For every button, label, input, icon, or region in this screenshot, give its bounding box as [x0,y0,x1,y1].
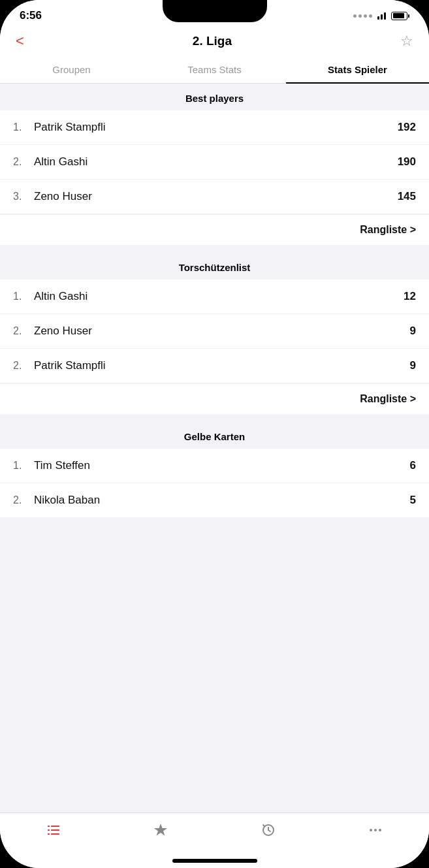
signal-dot-1 [353,14,357,18]
player-name-3: Zeno Huser [34,190,398,203]
torschutzenlist-rangliste-link[interactable]: Rangliste > [360,393,416,405]
ts-rank-2: 2. [13,325,29,337]
bottom-tab-list[interactable] [0,820,107,841]
svg-rect-3 [51,829,59,831]
bottom-tab-history[interactable] [215,820,322,841]
tab-groupen[interactable]: Groupen [0,56,143,83]
player-value-1: 192 [398,121,416,134]
svg-point-7 [370,829,372,831]
gk-rank-2: 2. [13,494,29,506]
ts-name-3: Patrik Stampfli [34,359,410,372]
divider-1 [0,245,429,253]
gelbe-karten-list: 1. Tim Steffen 6 2. Nikola Baban 5 [0,449,429,517]
status-icons [353,12,409,20]
gelbe-karten-header: Gelbe Karten [0,422,429,449]
nav-bar: < 2. Liga ☆ [0,26,429,56]
best-players-list: 1. Patrik Stampfli 192 2. Altin Gashi 19… [0,110,429,245]
divider-2 [0,414,429,422]
player-value-2: 190 [398,155,416,169]
gk-value-1: 6 [410,459,416,472]
torschutzenlist-list: 1. Altin Gashi 12 2. Zeno Huser 9 2. Pat… [0,280,429,414]
player-name-1: Patrik Stampfli [34,121,398,134]
gk-name-2: Nikola Baban [34,494,410,507]
rank-1: 1. [13,121,29,133]
svg-rect-0 [48,826,50,827]
player-value-3: 145 [398,190,416,203]
history-icon [261,822,276,838]
best-players-rangliste-row: Rangliste > [0,214,429,245]
wifi-bar-3 [384,12,386,20]
wifi-icon [376,12,387,20]
tab-stats-spieler[interactable]: Stats Spieler [286,56,429,83]
best-players-item-1: 1. Patrik Stampfli 192 [0,110,429,145]
gk-value-2: 5 [410,494,416,507]
rank-2: 2. [13,156,29,168]
torschutzenlist-header: Torschützenlist [0,253,429,280]
svg-point-9 [379,829,381,831]
status-time: 6:56 [20,9,42,22]
signal-dot-3 [364,14,367,18]
bottom-tab-more[interactable] [322,820,429,841]
notch [163,0,267,22]
battery-icon [391,12,409,20]
svg-rect-2 [48,829,50,831]
best-players-header: Best players [0,84,429,110]
main-content: Best players 1. Patrik Stampfli 192 2. A… [0,84,429,812]
favorite-button[interactable]: ☆ [400,33,413,50]
ts-name-1: Altin Gashi [34,290,404,303]
ts-value-3: 9 [410,359,416,372]
page-title: 2. Liga [193,34,232,48]
svg-point-8 [374,829,377,831]
torschutzenlist-item-2: 2. Zeno Huser 9 [0,314,429,349]
gelbe-karten-item-2: 2. Nikola Baban 5 [0,483,429,517]
ts-value-1: 12 [404,290,416,303]
player-name-2: Altin Gashi [34,155,398,169]
battery-fill [393,13,404,18]
svg-rect-5 [51,833,59,835]
signal-dots [353,14,372,18]
svg-rect-4 [48,833,50,835]
gk-name-1: Tim Steffen [34,459,410,472]
svg-rect-1 [51,826,59,827]
tab-bar: Groupen Teams Stats Stats Spieler [0,56,429,84]
back-button[interactable]: < [16,34,24,48]
divider-3 [0,517,429,525]
ts-rank-1: 1. [13,291,29,302]
ts-value-2: 9 [410,325,416,338]
star-icon [153,822,168,838]
rank-3: 3. [13,191,29,202]
best-players-item-3: 3. Zeno Huser 145 [0,180,429,214]
signal-dot-4 [369,14,372,18]
battery-body [391,12,407,20]
torschutzenlist-item-3: 2. Patrik Stampfli 9 [0,349,429,383]
best-players-rangliste-link[interactable]: Rangliste > [360,224,416,236]
home-indicator-container [0,856,429,868]
wifi-bar-2 [381,14,383,20]
battery-tip [408,14,409,18]
tab-teams-stats[interactable]: Teams Stats [143,56,286,83]
torschutzenlist-rangliste-row: Rangliste > [0,383,429,414]
signal-dot-2 [358,14,362,18]
bottom-tab-bar [0,812,429,856]
bottom-tab-favorites[interactable] [107,820,214,841]
more-icon [368,822,383,838]
list-icon [46,822,61,838]
gelbe-karten-item-1: 1. Tim Steffen 6 [0,449,429,483]
torschutzenlist-item-1: 1. Altin Gashi 12 [0,280,429,314]
ts-rank-3: 2. [13,360,29,372]
home-indicator [172,859,257,863]
phone-frame: 6:56 < 2. Liga ☆ [0,0,429,868]
best-players-item-2: 2. Altin Gashi 190 [0,145,429,180]
gk-rank-1: 1. [13,460,29,472]
ts-name-2: Zeno Huser [34,325,410,338]
wifi-bar-1 [377,16,379,20]
